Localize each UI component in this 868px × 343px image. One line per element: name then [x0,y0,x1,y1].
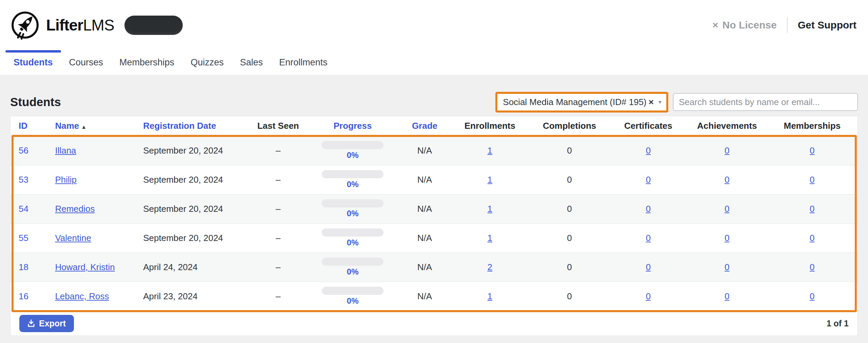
chevron-down-icon: ▾ [658,98,662,106]
certificates-link[interactable]: 0 [646,204,651,214]
achievements-link[interactable]: 0 [725,175,729,185]
memberships-link[interactable]: 0 [810,175,814,185]
memberships-link[interactable]: 0 [810,145,814,156]
student-id-link[interactable]: 53 [19,175,28,185]
achievements-link[interactable]: 0 [725,291,729,301]
pagination-status: 1 of 1 [827,319,849,328]
column-header-progress[interactable]: Progress [306,116,399,136]
memberships-link[interactable]: 0 [810,204,814,214]
tab-quizzes[interactable]: Quizzes [182,50,232,75]
student-name-link[interactable]: Philip [55,175,77,185]
search-input[interactable] [673,93,858,111]
download-icon [27,319,35,327]
achievements-link[interactable]: 0 [725,204,729,214]
enrollments-link[interactable]: 2 [488,262,492,272]
certificates-link[interactable]: 0 [646,145,651,156]
column-header-certificates: Certificates [609,116,687,136]
export-button-label: Export [39,319,66,328]
table-header-row: ID Name▲ Registration Date Last Seen Pro… [11,116,857,136]
column-header-grade[interactable]: Grade [399,116,450,136]
achievements-link[interactable]: 0 [725,233,729,243]
table-row: 55ValentineSeptember 20, 2024–0%N/A10000 [11,223,857,253]
completions-cell: 0 [530,165,609,194]
remove-filter-icon[interactable]: × [649,97,654,107]
certificates-link[interactable]: 0 [646,233,651,243]
last-seen-cell: – [250,194,306,223]
memberships-link[interactable]: 0 [810,262,814,272]
sort-asc-icon: ▲ [81,124,86,130]
table-body: 56IllanaSeptember 20, 2024–0%N/A1000053P… [11,136,857,311]
table-row: 16Lebanc, RossApril 23, 2024–0%N/A10000 [11,282,857,311]
grade-cell: N/A [399,165,450,194]
get-support-link[interactable]: Get Support [798,19,856,31]
last-seen-cell: – [250,282,306,311]
tab-memberships[interactable]: Memberships [111,50,182,75]
enrollments-link[interactable]: 1 [488,291,492,301]
grade-cell: N/A [399,194,450,223]
enrollments-link[interactable]: 1 [488,233,492,243]
progress-bar [322,141,383,149]
student-name-link[interactable]: Remedios [55,204,95,214]
export-button[interactable]: Export [19,315,74,332]
completions-cell: 0 [530,194,609,223]
registration-date-cell: September 20, 2024 [135,194,250,223]
student-id-link[interactable]: 56 [19,145,28,156]
grade-cell: N/A [399,253,450,282]
student-id-link[interactable]: 55 [19,233,28,243]
table-row: 56IllanaSeptember 20, 2024–0%N/A10000 [11,136,857,165]
certificates-link[interactable]: 0 [646,291,651,301]
tab-courses[interactable]: Courses [61,50,112,75]
column-header-name[interactable]: Name▲ [47,116,135,136]
progress-cell: 0% [306,282,399,311]
progress-cell: 0% [306,136,399,165]
tab-enrollments[interactable]: Enrollments [271,50,336,75]
table-footer: Export 1 of 1 [11,311,857,336]
column-header-registration-date[interactable]: Registration Date [135,116,250,136]
achievements-link[interactable]: 0 [725,145,729,156]
student-name-link[interactable]: Valentine [55,233,91,243]
progress-label: 0% [322,238,383,247]
registration-date-cell: April 23, 2024 [135,282,250,311]
student-id-link[interactable]: 18 [19,262,28,272]
progress-cell: 0% [306,165,399,194]
column-header-achievements: Achievements [687,116,767,136]
last-seen-cell: – [250,253,306,282]
student-id-link[interactable]: 16 [19,291,28,301]
progress-bar [322,170,383,178]
course-filter-select[interactable]: Social Media Management (ID# 195) × ▾ [497,94,666,110]
memberships-link[interactable]: 0 [810,291,814,301]
column-header-id[interactable]: ID [11,116,47,136]
student-name-link[interactable]: Illana [55,145,76,156]
progress-label: 0% [322,150,383,160]
top-bar-right: × No License Get Support [712,17,856,33]
progress-label: 0% [322,180,383,189]
brand-name-light: LMS [83,16,114,34]
column-header-memberships: Memberships [767,116,857,136]
student-name-link[interactable]: Howard, Kristin [55,262,115,272]
progress-cell: 0% [306,253,399,282]
tab-students[interactable]: Students [5,50,61,75]
memberships-link[interactable]: 0 [810,233,814,243]
brand: LifterLMS [10,10,183,40]
table-row: 18Howard, KristinApril 24, 2024–0%N/A200… [11,253,857,282]
license-status: × No License [712,19,777,31]
student-name-link[interactable]: Lebanc, Ross [55,291,109,301]
progress-label: 0% [322,209,383,218]
table-row: 53PhilipSeptember 20, 2024–0%N/A10000 [11,165,857,194]
enrollments-link[interactable]: 1 [488,145,492,156]
achievements-link[interactable]: 0 [725,262,729,272]
progress-label: 0% [322,267,383,277]
student-id-link[interactable]: 54 [19,204,28,214]
no-license-x-icon: × [712,19,718,31]
certificates-link[interactable]: 0 [646,175,651,185]
enrollments-link[interactable]: 1 [488,175,492,185]
column-header-enrollments: Enrollments [450,116,530,136]
registration-date-cell: September 20, 2024 [135,165,250,194]
completions-cell: 0 [530,282,609,311]
completions-cell: 0 [530,253,609,282]
tab-sales[interactable]: Sales [232,50,271,75]
filter-highlight-annotation: Social Media Management (ID# 195) × ▾ [495,92,668,113]
certificates-link[interactable]: 0 [646,262,651,272]
enrollments-link[interactable]: 1 [488,204,492,214]
content-area: Students Social Media Management (ID# 19… [0,75,868,336]
